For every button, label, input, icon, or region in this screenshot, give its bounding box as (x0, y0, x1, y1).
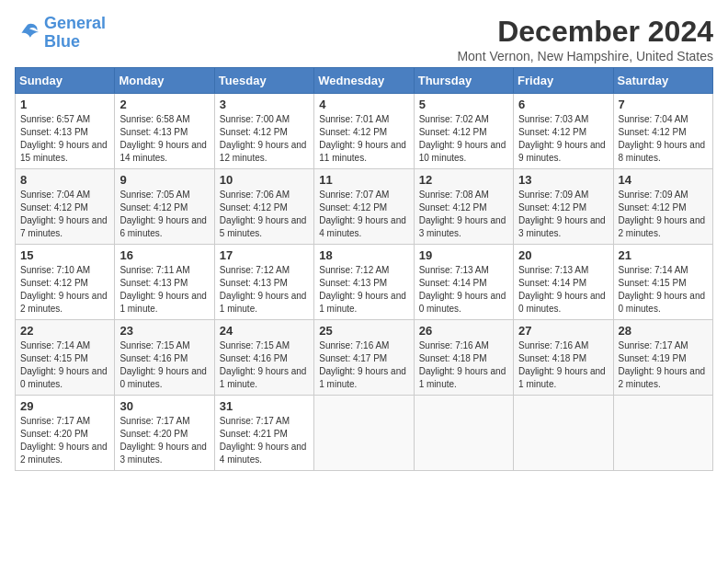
day-info: Sunrise: 7:09 AM Sunset: 4:12 PM Dayligh… (619, 189, 708, 240)
day-info: Sunrise: 7:03 AM Sunset: 4:12 PM Dayligh… (518, 113, 608, 165)
day-info: Sunrise: 7:02 AM Sunset: 4:12 PM Dayligh… (419, 113, 508, 165)
day-cell: 12 Sunrise: 7:08 AM Sunset: 4:12 PM Dayl… (414, 169, 513, 245)
day-number: 31 (220, 399, 309, 413)
day-cell: 9 Sunrise: 7:05 AM Sunset: 4:12 PM Dayli… (115, 169, 214, 245)
day-cell (414, 396, 513, 471)
day-cell: 26 Sunrise: 7:16 AM Sunset: 4:18 PM Dayl… (414, 320, 513, 396)
day-header-sunday: Sunday (16, 68, 115, 94)
day-cell: 3 Sunrise: 7:00 AM Sunset: 4:12 PM Dayli… (214, 94, 313, 169)
day-info: Sunrise: 7:17 AM Sunset: 4:20 PM Dayligh… (20, 415, 109, 466)
day-info: Sunrise: 7:10 AM Sunset: 4:12 PM Dayligh… (20, 264, 109, 316)
day-number: 16 (119, 248, 209, 262)
day-info: Sunrise: 7:13 AM Sunset: 4:14 PM Dayligh… (518, 264, 608, 316)
day-cell: 22 Sunrise: 7:14 AM Sunset: 4:15 PM Dayl… (16, 320, 115, 396)
title-area: December 2024 Mont Vernon, New Hampshire… (457, 15, 713, 63)
logo-text: General Blue (44, 15, 106, 52)
day-number: 30 (119, 399, 209, 413)
day-info: Sunrise: 7:08 AM Sunset: 4:12 PM Dayligh… (419, 189, 508, 240)
day-info: Sunrise: 6:57 AM Sunset: 4:13 PM Dayligh… (20, 113, 109, 165)
day-cell: 7 Sunrise: 7:04 AM Sunset: 4:12 PM Dayli… (613, 94, 712, 169)
day-number: 10 (220, 173, 309, 187)
day-cell: 13 Sunrise: 7:09 AM Sunset: 4:12 PM Dayl… (514, 169, 613, 245)
day-number: 3 (220, 98, 309, 111)
day-info: Sunrise: 7:14 AM Sunset: 4:15 PM Dayligh… (20, 339, 109, 391)
day-cell: 18 Sunrise: 7:12 AM Sunset: 4:13 PM Dayl… (314, 245, 414, 320)
day-number: 9 (119, 173, 209, 187)
day-cell (514, 396, 613, 471)
day-header-saturday: Saturday (613, 68, 712, 94)
day-cell: 25 Sunrise: 7:16 AM Sunset: 4:17 PM Dayl… (314, 320, 414, 396)
day-cell (613, 396, 712, 471)
day-number: 15 (20, 248, 109, 262)
day-info: Sunrise: 7:00 AM Sunset: 4:12 PM Dayligh… (220, 113, 309, 165)
day-info: Sunrise: 7:16 AM Sunset: 4:18 PM Dayligh… (518, 339, 608, 391)
day-info: Sunrise: 7:17 AM Sunset: 4:21 PM Dayligh… (220, 415, 309, 466)
day-cell: 31 Sunrise: 7:17 AM Sunset: 4:21 PM Dayl… (214, 396, 313, 471)
day-number: 24 (220, 324, 309, 338)
week-row-5: 29 Sunrise: 7:17 AM Sunset: 4:20 PM Dayl… (16, 396, 713, 471)
day-cell: 23 Sunrise: 7:15 AM Sunset: 4:16 PM Dayl… (115, 320, 214, 396)
day-number: 5 (419, 98, 508, 111)
day-header-wednesday: Wednesday (314, 68, 414, 94)
day-info: Sunrise: 7:16 AM Sunset: 4:18 PM Dayligh… (419, 339, 508, 391)
day-header-thursday: Thursday (414, 68, 513, 94)
day-number: 12 (419, 173, 508, 187)
week-row-2: 8 Sunrise: 7:04 AM Sunset: 4:12 PM Dayli… (16, 169, 713, 245)
month-title: December 2024 (457, 15, 713, 49)
day-info: Sunrise: 7:05 AM Sunset: 4:12 PM Dayligh… (119, 189, 209, 240)
day-info: Sunrise: 7:11 AM Sunset: 4:13 PM Dayligh… (119, 264, 209, 316)
day-cell: 17 Sunrise: 7:12 AM Sunset: 4:13 PM Dayl… (214, 245, 313, 320)
day-number: 4 (319, 98, 408, 111)
week-row-4: 22 Sunrise: 7:14 AM Sunset: 4:15 PM Dayl… (16, 320, 713, 396)
day-cell: 29 Sunrise: 7:17 AM Sunset: 4:20 PM Dayl… (16, 396, 115, 471)
day-cell: 11 Sunrise: 7:07 AM Sunset: 4:12 PM Dayl… (314, 169, 414, 245)
day-info: Sunrise: 7:15 AM Sunset: 4:16 PM Dayligh… (220, 339, 309, 391)
day-cell: 4 Sunrise: 7:01 AM Sunset: 4:12 PM Dayli… (314, 94, 414, 169)
day-info: Sunrise: 7:09 AM Sunset: 4:12 PM Dayligh… (518, 189, 608, 240)
day-info: Sunrise: 7:12 AM Sunset: 4:13 PM Dayligh… (220, 264, 309, 316)
day-info: Sunrise: 7:07 AM Sunset: 4:12 PM Dayligh… (319, 189, 408, 240)
day-info: Sunrise: 7:17 AM Sunset: 4:19 PM Dayligh… (619, 339, 708, 391)
day-number: 20 (518, 248, 608, 262)
day-info: Sunrise: 7:14 AM Sunset: 4:15 PM Dayligh… (619, 264, 708, 316)
week-row-3: 15 Sunrise: 7:10 AM Sunset: 4:12 PM Dayl… (16, 245, 713, 320)
day-cell: 28 Sunrise: 7:17 AM Sunset: 4:19 PM Dayl… (613, 320, 712, 396)
day-number: 26 (419, 324, 508, 338)
logo-icon (15, 20, 40, 46)
day-cell: 24 Sunrise: 7:15 AM Sunset: 4:16 PM Dayl… (214, 320, 313, 396)
day-cell: 19 Sunrise: 7:13 AM Sunset: 4:14 PM Dayl… (414, 245, 513, 320)
day-cell: 21 Sunrise: 7:14 AM Sunset: 4:15 PM Dayl… (613, 245, 712, 320)
calendar-table: SundayMondayTuesdayWednesdayThursdayFrid… (15, 67, 713, 471)
day-info: Sunrise: 7:01 AM Sunset: 4:12 PM Dayligh… (319, 113, 408, 165)
header: General Blue December 2024 Mont Vernon, … (15, 15, 713, 63)
day-info: Sunrise: 6:58 AM Sunset: 4:13 PM Dayligh… (119, 113, 209, 165)
location: Mont Vernon, New Hampshire, United State… (457, 49, 713, 63)
day-info: Sunrise: 7:13 AM Sunset: 4:14 PM Dayligh… (419, 264, 508, 316)
day-info: Sunrise: 7:06 AM Sunset: 4:12 PM Dayligh… (220, 189, 309, 240)
day-cell: 20 Sunrise: 7:13 AM Sunset: 4:14 PM Dayl… (514, 245, 613, 320)
day-cell: 5 Sunrise: 7:02 AM Sunset: 4:12 PM Dayli… (414, 94, 513, 169)
day-number: 8 (20, 173, 109, 187)
day-cell: 30 Sunrise: 7:17 AM Sunset: 4:20 PM Dayl… (115, 396, 214, 471)
day-number: 14 (619, 173, 708, 187)
day-number: 17 (220, 248, 309, 262)
day-number: 22 (20, 324, 109, 338)
day-number: 18 (319, 248, 408, 262)
day-header-monday: Monday (115, 68, 214, 94)
header-row: SundayMondayTuesdayWednesdayThursdayFrid… (16, 68, 713, 94)
day-number: 11 (319, 173, 408, 187)
day-cell: 15 Sunrise: 7:10 AM Sunset: 4:12 PM Dayl… (16, 245, 115, 320)
day-info: Sunrise: 7:04 AM Sunset: 4:12 PM Dayligh… (20, 189, 109, 240)
day-number: 27 (518, 324, 608, 338)
day-cell: 27 Sunrise: 7:16 AM Sunset: 4:18 PM Dayl… (514, 320, 613, 396)
day-header-tuesday: Tuesday (214, 68, 313, 94)
day-cell: 1 Sunrise: 6:57 AM Sunset: 4:13 PM Dayli… (16, 94, 115, 169)
day-header-friday: Friday (514, 68, 613, 94)
week-row-1: 1 Sunrise: 6:57 AM Sunset: 4:13 PM Dayli… (16, 94, 713, 169)
day-cell (314, 396, 414, 471)
day-cell: 6 Sunrise: 7:03 AM Sunset: 4:12 PM Dayli… (514, 94, 613, 169)
day-cell: 16 Sunrise: 7:11 AM Sunset: 4:13 PM Dayl… (115, 245, 214, 320)
day-number: 7 (619, 98, 708, 111)
day-cell: 10 Sunrise: 7:06 AM Sunset: 4:12 PM Dayl… (214, 169, 313, 245)
day-number: 23 (119, 324, 209, 338)
